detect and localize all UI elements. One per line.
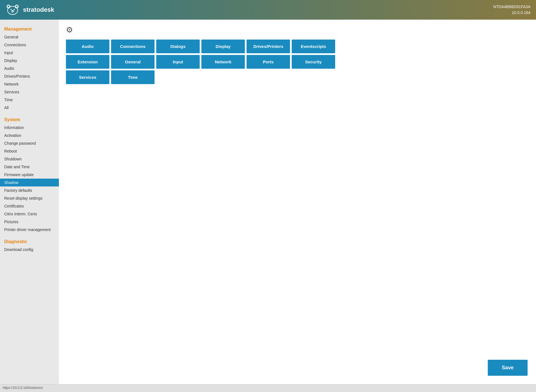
sidebar-item-network[interactable]: Network bbox=[0, 80, 59, 88]
sidebar-item-shadow[interactable]: Shadow bbox=[0, 179, 59, 186]
sidebar-item-connections[interactable]: Connections bbox=[0, 41, 59, 49]
app-name: stratodesk bbox=[23, 6, 54, 13]
btn-ports[interactable]: Ports bbox=[247, 55, 290, 69]
sidebar-item-pictures[interactable]: Pictures bbox=[0, 218, 59, 226]
btn-drives-printers[interactable]: Drives/Printers bbox=[247, 40, 290, 53]
btn-connections[interactable]: Connections bbox=[111, 40, 155, 53]
sidebar-item-audio[interactable]: Audio bbox=[0, 64, 59, 72]
header: stratodesk NTDA4BB6D91FA3A 10.0.0.164 bbox=[0, 0, 536, 20]
svg-point-4 bbox=[16, 6, 18, 8]
btn-audio[interactable]: Audio bbox=[66, 40, 109, 53]
diagnostic-section-title: Diagnostic bbox=[0, 236, 59, 246]
sidebar-item-services[interactable]: Services bbox=[0, 88, 59, 96]
btn-input[interactable]: Input bbox=[156, 55, 200, 69]
sidebar-item-certificates[interactable]: Certificates bbox=[0, 202, 59, 210]
btn-extension[interactable]: Extension bbox=[66, 55, 109, 69]
sidebar-item-display[interactable]: Display bbox=[0, 57, 59, 64]
device-ip: 10.0.0.164 bbox=[493, 10, 530, 16]
gear-icon: ⚙ bbox=[66, 26, 73, 34]
btn-dialogs[interactable]: Dialogs bbox=[156, 40, 200, 53]
button-grid: Audio Connections Dialogs Display Drives… bbox=[66, 40, 529, 84]
btn-eventscripts[interactable]: Eventscripts bbox=[292, 40, 335, 53]
sidebar-item-information[interactable]: Information bbox=[0, 124, 59, 132]
bear-logo-icon bbox=[6, 3, 20, 17]
sidebar-item-firmware-update[interactable]: Firmware update bbox=[0, 171, 59, 179]
sidebar-item-citrix-certs[interactable]: Citrix Interm. Certs bbox=[0, 210, 59, 218]
btn-services[interactable]: Services bbox=[66, 70, 109, 84]
svg-point-9 bbox=[12, 10, 13, 11]
sidebar-item-input[interactable]: Input bbox=[0, 49, 59, 57]
sidebar-item-change-password[interactable]: Change password bbox=[0, 139, 59, 147]
sidebar-item-all[interactable]: All bbox=[0, 104, 59, 112]
sidebar-item-reboot[interactable]: Reboot bbox=[0, 147, 59, 155]
sidebar-item-date-time[interactable]: Date and Time bbox=[0, 163, 59, 171]
sidebar-item-reset-display[interactable]: Reset display settings bbox=[0, 194, 59, 202]
header-logo: stratodesk bbox=[6, 3, 54, 17]
device-id: NTDA4BB6D91FA3A bbox=[493, 4, 530, 10]
sidebar-item-time[interactable]: Time bbox=[0, 96, 59, 104]
svg-point-6 bbox=[14, 9, 15, 10]
svg-point-5 bbox=[10, 9, 11, 10]
sidebar-item-shutdown[interactable]: Shutdown bbox=[0, 155, 59, 163]
save-button[interactable]: Save bbox=[488, 360, 528, 376]
svg-point-3 bbox=[8, 6, 10, 8]
main-layout: Management General Connections Input Dis… bbox=[0, 20, 536, 384]
btn-display[interactable]: Display bbox=[201, 40, 245, 53]
content-area: ⚙ Audio Connections Dialogs Display Driv… bbox=[59, 20, 536, 384]
btn-security[interactable]: Security bbox=[292, 55, 335, 69]
sidebar-item-drives-printers[interactable]: Drives/Printers bbox=[0, 72, 59, 80]
system-section-title: System bbox=[0, 114, 59, 124]
btn-general[interactable]: General bbox=[111, 55, 155, 69]
settings-icon-area: ⚙ bbox=[66, 25, 529, 34]
status-url: https://10.0.0.164/tools/vnc bbox=[3, 386, 43, 390]
sidebar: Management General Connections Input Dis… bbox=[0, 20, 59, 384]
device-info: NTDA4BB6D91FA3A 10.0.0.164 bbox=[493, 4, 530, 16]
sidebar-item-printer-driver[interactable]: Printer driver management bbox=[0, 226, 59, 234]
sidebar-item-general[interactable]: General bbox=[0, 33, 59, 41]
status-bar: https://10.0.0.164/tools/vnc bbox=[0, 384, 536, 392]
management-section-title: Management bbox=[0, 24, 59, 33]
svg-point-8 bbox=[12, 11, 13, 12]
sidebar-item-activation[interactable]: Activation bbox=[0, 132, 59, 139]
sidebar-item-download-config[interactable]: Download config bbox=[0, 246, 59, 253]
btn-network[interactable]: Network bbox=[201, 55, 245, 69]
btn-time[interactable]: Time bbox=[111, 70, 155, 84]
sidebar-item-factory-defaults[interactable]: Factory defaults bbox=[0, 186, 59, 194]
